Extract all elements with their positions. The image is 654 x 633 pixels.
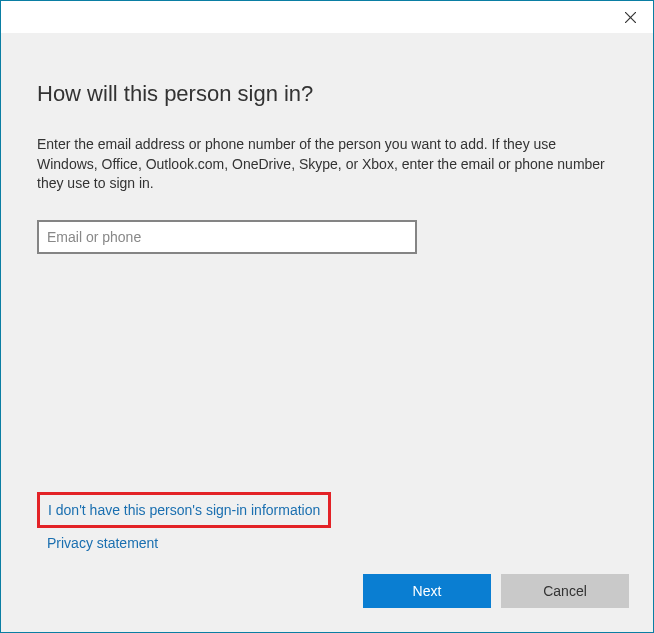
dialog-heading: How will this person sign in?: [37, 81, 617, 107]
close-button[interactable]: [607, 1, 653, 33]
no-signin-info-link[interactable]: I don't have this person's sign-in infor…: [48, 502, 320, 518]
title-bar: [1, 1, 653, 33]
privacy-link-wrap: Privacy statement: [37, 534, 331, 552]
dialog-window: How will this person sign in? Enter the …: [0, 0, 654, 633]
highlight-annotation: I don't have this person's sign-in infor…: [37, 492, 331, 528]
dialog-content: How will this person sign in? Enter the …: [1, 33, 653, 632]
next-button[interactable]: Next: [363, 574, 491, 608]
cancel-button[interactable]: Cancel: [501, 574, 629, 608]
close-icon: [625, 12, 636, 23]
dialog-description: Enter the email address or phone number …: [37, 135, 607, 194]
button-row: Next Cancel: [363, 574, 629, 608]
privacy-statement-link[interactable]: Privacy statement: [47, 535, 158, 551]
email-or-phone-input[interactable]: [37, 220, 417, 254]
link-stack: I don't have this person's sign-in infor…: [37, 492, 331, 552]
